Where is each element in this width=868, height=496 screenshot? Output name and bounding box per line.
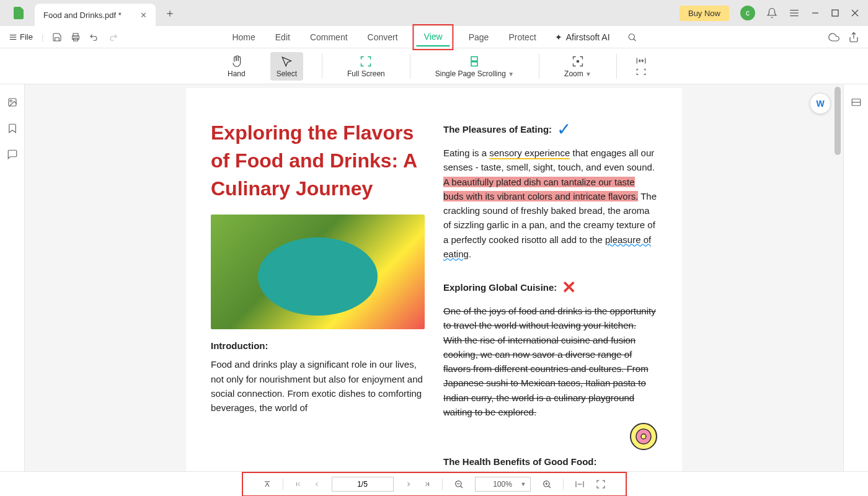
page-scroll-icon (468, 55, 480, 68)
donut-stamp (630, 423, 657, 450)
view-toolbar: Hand Select Full Screen Single Page Scro… (0, 48, 868, 84)
svg-point-20 (10, 100, 12, 102)
separator (322, 54, 322, 79)
minimize-icon[interactable] (811, 9, 820, 17)
ai-link[interactable]: ✦ Afirstsoft AI (555, 32, 610, 42)
hand-icon (230, 55, 242, 68)
file-menu-button[interactable]: File (9, 32, 33, 42)
print-icon[interactable] (71, 32, 81, 42)
first-page-icon[interactable] (263, 480, 272, 489)
zoom-input[interactable]: 100%▼ (475, 477, 531, 492)
pdf-page: Exploring the Flavors of Food and Drinks… (186, 88, 682, 471)
next-page-icon[interactable] (405, 480, 412, 488)
undo-icon[interactable] (89, 32, 99, 42)
comments-icon[interactable] (7, 149, 18, 160)
page-zoom-controls: 100%▼ (244, 474, 624, 494)
svg-line-32 (548, 485, 550, 487)
menu-bar: File | Home Edit Comment Convert View Pa… (0, 26, 868, 48)
menu-protect[interactable]: Protect (507, 29, 537, 46)
checkmark-annotation: ✓ (557, 119, 571, 140)
section2-body: One of the joys of food and drinks is th… (443, 304, 657, 419)
svg-rect-10 (73, 33, 78, 36)
intro-heading: Introduction: (211, 340, 425, 351)
panel-icon[interactable] (851, 97, 862, 108)
hand-tool[interactable]: Hand (221, 52, 252, 81)
share-icon[interactable] (848, 32, 859, 43)
separator (410, 54, 410, 79)
separator (616, 54, 617, 79)
left-sidebar (0, 84, 25, 471)
redo-icon[interactable] (108, 32, 118, 42)
prev-page-icon[interactable] (313, 480, 321, 488)
single-page-tool[interactable]: Single Page Scrolling ▼ (429, 52, 520, 81)
document-viewport[interactable]: Exploring the Flavors of Food and Drinks… (25, 84, 843, 471)
save-icon[interactable] (52, 32, 62, 42)
zoom-tool[interactable]: Zoom ▼ (558, 52, 598, 81)
close-window-icon[interactable] (851, 9, 859, 17)
svg-line-29 (460, 485, 462, 487)
svg-line-14 (634, 38, 636, 40)
separator (539, 54, 539, 79)
bookmarks-icon[interactable] (7, 123, 18, 134)
select-tool[interactable]: Select (270, 52, 303, 81)
vertical-scrollbar[interactable] (835, 87, 841, 155)
document-title: Exploring the Flavors of Food and Drinks… (211, 119, 425, 202)
new-tab-button[interactable]: ＋ (164, 6, 175, 20)
section1-body: Eating is a sensory experience that enga… (443, 146, 657, 261)
bell-icon[interactable] (766, 7, 777, 19)
title-bar: Food and Drinks.pdf * ✕ ＋ Buy Now c (0, 0, 868, 26)
user-avatar[interactable]: c (740, 6, 755, 20)
fit-page-icon[interactable] (636, 68, 647, 76)
chevron-down-icon: ▼ (585, 71, 591, 78)
tab-title: Food and Drinks.pdf * (43, 11, 122, 20)
menu-icon[interactable] (789, 7, 800, 19)
sparkle-icon: ✦ (555, 32, 562, 42)
document-tab[interactable]: Food and Drinks.pdf * ✕ (35, 4, 156, 26)
svg-point-13 (629, 33, 634, 39)
section2-heading: Exploring Global Cuisine: (443, 282, 557, 293)
cloud-icon[interactable] (828, 32, 839, 43)
menu-home[interactable]: Home (231, 29, 256, 46)
menu-view[interactable]: View (417, 28, 450, 46)
menu-comment[interactable]: Comment (309, 29, 349, 46)
menu-page[interactable]: Page (467, 29, 490, 46)
menu-edit[interactable]: Edit (274, 29, 291, 46)
close-tab-icon[interactable]: ✕ (140, 11, 147, 20)
maximize-icon[interactable] (831, 9, 839, 17)
section1-heading: The Pleasures of Eating: (443, 124, 552, 135)
right-sidebar (843, 84, 868, 471)
thumbnails-icon[interactable] (7, 97, 18, 108)
chevron-down-icon: ▼ (521, 481, 526, 487)
svg-point-24 (641, 434, 646, 439)
menu-convert[interactable]: Convert (366, 29, 399, 46)
cursor-icon (280, 55, 293, 68)
status-bar: 100%▼ (0, 471, 868, 496)
zoom-out-icon[interactable] (454, 479, 464, 489)
fullscreen-icon (360, 55, 372, 68)
zoom-in-icon[interactable] (542, 479, 552, 489)
app-logo (11, 4, 29, 22)
svg-rect-17 (471, 61, 477, 66)
svg-rect-16 (471, 56, 477, 61)
x-annotation: ✕ (562, 277, 576, 298)
buy-now-button[interactable]: Buy Now (680, 6, 729, 21)
chevron-down-icon: ▼ (508, 71, 514, 78)
last-icon[interactable] (423, 480, 431, 488)
zoom-icon (572, 55, 584, 68)
first-icon[interactable] (294, 480, 302, 488)
search-icon[interactable] (627, 32, 637, 42)
svg-point-18 (577, 60, 578, 62)
intro-body: Food and drinks play a significant role … (211, 357, 425, 415)
word-badge[interactable]: W (810, 93, 831, 114)
section3-heading: The Health Benefits of Good Food: (443, 456, 657, 467)
fit-width-icon[interactable] (636, 56, 647, 65)
fullscreen-status-icon[interactable] (596, 479, 606, 489)
document-image (211, 215, 425, 329)
full-screen-tool[interactable]: Full Screen (341, 52, 391, 81)
page-input[interactable] (332, 477, 394, 492)
svg-rect-4 (832, 10, 838, 16)
fit-width-status-icon[interactable] (575, 479, 585, 489)
